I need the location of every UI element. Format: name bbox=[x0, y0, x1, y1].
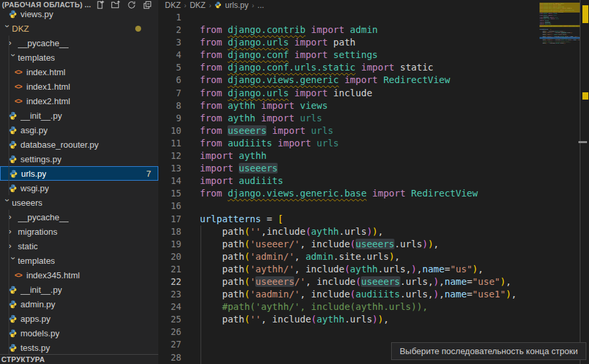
sidebar-item-asgi-py[interactable]: asgi.py bbox=[0, 123, 158, 137]
new-file-icon[interactable] bbox=[95, 0, 105, 10]
sidebar-item-useeers[interactable]: ›useeers bbox=[0, 195, 158, 210]
tree-indent-guide bbox=[9, 210, 9, 355]
sidebar-item-dkz[interactable]: ›DKZ bbox=[0, 21, 158, 36]
sidebar-item-settings-py[interactable]: settings.py bbox=[0, 152, 158, 166]
sidebar-item-index2-html[interactable]: <>index2.html bbox=[0, 94, 158, 108]
chevron-right-icon: › bbox=[9, 227, 18, 236]
code-line-16[interactable] bbox=[200, 200, 517, 212]
breadcrumb-separator: › bbox=[252, 1, 255, 9]
breadcrumb-item[interactable]: urls.py bbox=[225, 1, 248, 10]
outline-section-header[interactable]: СТРУКТУРА bbox=[0, 354, 158, 364]
breadcrumb-item[interactable]: ... bbox=[257, 1, 264, 10]
new-folder-icon[interactable] bbox=[111, 0, 121, 10]
minimap[interactable]: from django.contrib import adminfrom dja… bbox=[540, 0, 580, 364]
sidebar-item-apps-py[interactable]: apps.py bbox=[0, 311, 158, 326]
file-label: apps.py bbox=[20, 314, 51, 324]
code-line-4[interactable]: from django.conf import settings bbox=[200, 49, 517, 61]
code-content[interactable]: from django.contrib import adminfrom dja… bbox=[200, 11, 517, 364]
problems-badge: 7 bbox=[146, 169, 151, 179]
sidebar-item-admin-py[interactable]: admin.py bbox=[0, 297, 158, 311]
code-line-12[interactable]: import aythh bbox=[200, 150, 517, 162]
line-number: 26 bbox=[158, 326, 181, 338]
sidebar-item--init-py[interactable]: __init__.py bbox=[0, 282, 158, 297]
minimap-current-line bbox=[540, 37, 580, 39]
code-line-23[interactable]: path('aadmin/', include(audiiits.urls,),… bbox=[200, 288, 517, 301]
refresh-icon[interactable] bbox=[127, 0, 137, 10]
file-label: index2.html bbox=[26, 96, 70, 106]
sidebar-item-static[interactable]: ›static bbox=[0, 239, 158, 253]
sidebar-item-database-roouter-py[interactable]: database_roouter.py bbox=[0, 137, 158, 152]
code-line-9[interactable]: from aythh import urls bbox=[200, 112, 517, 125]
line-number: 16 bbox=[158, 200, 181, 212]
python-icon bbox=[9, 111, 20, 120]
tree-indent-guide bbox=[9, 36, 9, 195]
code-line-7[interactable]: from django.urls import include bbox=[200, 87, 517, 100]
code-line-18[interactable]: path('',include(aythh.urls)), bbox=[200, 226, 517, 238]
code-line-28[interactable] bbox=[540, 47, 580, 49]
workspace-title: (РАБОЧАЯ ОБЛАСТЬ) ... bbox=[0, 1, 91, 9]
code-line-22[interactable]: path('useeers/', include(useeers.urls,),… bbox=[200, 276, 517, 288]
code-line-13[interactable]: import useeers bbox=[200, 162, 517, 175]
code-line-6[interactable]: from django.views.generic import Redirec… bbox=[200, 74, 517, 86]
python-icon bbox=[9, 344, 20, 352]
code-line-26[interactable] bbox=[200, 326, 517, 338]
sidebar-item-migrations[interactable]: ›migrations bbox=[0, 224, 158, 239]
sidebar-item-index345-html[interactable]: <>index345.html bbox=[0, 268, 158, 282]
code-line-17[interactable]: urlpatterns = [ bbox=[200, 213, 517, 226]
explorer-section-header[interactable]: (РАБОЧАЯ ОБЛАСТЬ) ... bbox=[0, 0, 158, 9]
code-line-21[interactable]: path('aythh/', include(aythh.urls,),name… bbox=[200, 263, 517, 276]
sidebar-item-templates[interactable]: ›templates bbox=[0, 253, 158, 268]
sidebar-item--pycache-[interactable]: ›__pycache__ bbox=[0, 36, 158, 50]
minimap-border bbox=[580, 0, 580, 364]
file-label: views.py bbox=[20, 9, 53, 19]
code-line-10[interactable]: from useeers import urls bbox=[200, 125, 517, 137]
chevron-right-icon: › bbox=[9, 241, 18, 251]
sidebar-item-wsgi-py[interactable]: wsgi.py bbox=[0, 181, 158, 195]
sidebar-item--pycache-[interactable]: ›__pycache__ bbox=[0, 210, 158, 224]
code-line-11[interactable]: from audiiits import urls bbox=[200, 137, 517, 150]
code-line-20[interactable]: path('admin/', admin.site.urls), bbox=[200, 251, 517, 263]
code-line-3[interactable]: from django.urls import path bbox=[200, 36, 517, 49]
code-line-14[interactable]: import audiiits bbox=[200, 175, 517, 187]
code-line-2[interactable]: from django.contrib import admin bbox=[200, 24, 517, 36]
file-label: models.py bbox=[20, 328, 59, 338]
sidebar-item-templates[interactable]: ›templates bbox=[0, 50, 158, 65]
line-number: 20 bbox=[158, 251, 181, 263]
modified-dot bbox=[135, 26, 141, 32]
code-line-5[interactable]: from django.conf.urls.static import stat… bbox=[200, 61, 517, 74]
code-line-8[interactable]: from aythh import views bbox=[200, 100, 517, 112]
sidebar-item-index1-html[interactable]: <>index1.html bbox=[0, 79, 158, 94]
line-number: 27 bbox=[158, 338, 181, 351]
breadcrumb[interactable]: DKZ›DKZ›urls.py›... bbox=[158, 0, 264, 10]
python-icon bbox=[9, 126, 20, 135]
file-label: templates bbox=[18, 256, 55, 266]
breadcrumb-item[interactable]: DKZ bbox=[165, 1, 181, 10]
line-number: 10 bbox=[158, 125, 181, 137]
file-label: urls.py bbox=[21, 169, 46, 179]
sidebar-item--init-py[interactable]: __init__.py bbox=[0, 108, 158, 123]
code-line-15[interactable]: from django.views.generic.base import Re… bbox=[200, 187, 517, 200]
line-number: 3 bbox=[158, 36, 181, 49]
sidebar-item-tests-py[interactable]: tests.py bbox=[0, 340, 158, 355]
sidebar-item-models-py[interactable]: models.py bbox=[0, 326, 158, 340]
code-line-19[interactable]: path('useeer/', include(useeers.urls)), bbox=[200, 238, 517, 251]
file-explorer: views.py›DKZ›__pycache__›templates<>inde… bbox=[0, 0, 158, 364]
sidebar-item-index-html[interactable]: <>index.html bbox=[0, 65, 158, 79]
file-label: __pycache__ bbox=[18, 212, 69, 222]
ruler-mark bbox=[582, 92, 588, 100]
file-explorer-list: views.py›DKZ›__pycache__›templates<>inde… bbox=[0, 0, 158, 364]
file-label: index.html bbox=[26, 67, 65, 77]
sidebar-item-urls-py[interactable]: urls.py7 bbox=[0, 166, 158, 181]
chevron-right-icon: › bbox=[9, 38, 18, 47]
code-line-24[interactable]: #path('aythh/', include(aythh.urls)), bbox=[200, 301, 517, 313]
tooltip-text: Выберите последовательность конца строки bbox=[400, 346, 578, 356]
file-label: asgi.py bbox=[20, 125, 47, 135]
chevron-down-icon: › bbox=[9, 257, 18, 266]
python-icon bbox=[9, 10, 20, 18]
code-line-1[interactable] bbox=[200, 11, 517, 24]
collapse-all-icon[interactable] bbox=[142, 0, 152, 10]
ruler-mark bbox=[578, 141, 587, 143]
breadcrumb-item[interactable]: DKZ bbox=[190, 1, 206, 10]
code-line-25[interactable]: path('', include(aythh.urls)), bbox=[200, 313, 517, 326]
file-label: migrations bbox=[18, 227, 57, 237]
